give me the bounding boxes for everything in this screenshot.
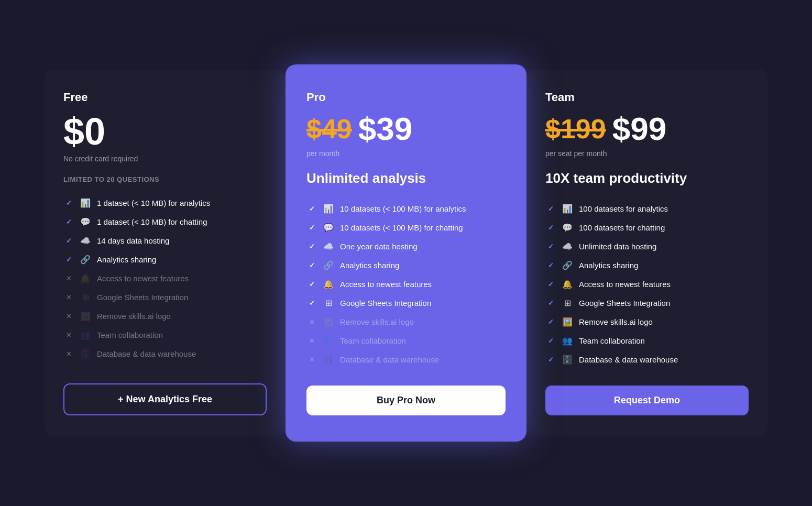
image-icon: 🖼️ xyxy=(80,311,91,321)
sheets-icon: ⊞ xyxy=(323,298,334,308)
x-icon: ✕ xyxy=(63,292,74,303)
free-plan-no-cc: No credit card required xyxy=(63,155,267,163)
feature-text: Access to newest features xyxy=(97,274,189,283)
sheets-icon: ⊞ xyxy=(562,298,573,308)
cloud-icon: ☁️ xyxy=(562,241,573,251)
chat-icon: 💬 xyxy=(323,223,334,233)
list-item: ✕ 👥 Team collaboration xyxy=(63,330,267,340)
list-item: ✓ 🔗 Analytics sharing xyxy=(545,260,749,270)
feature-text: 100 datasets for chatting xyxy=(579,223,665,232)
feature-text: 100 datasets for analytics xyxy=(579,204,668,213)
check-icon: ✓ xyxy=(545,241,556,251)
feature-text: Google Sheets Integration xyxy=(97,293,188,302)
feature-text: Remove skills.ai logo xyxy=(97,312,171,321)
feature-text: Analytics sharing xyxy=(97,255,156,264)
share-icon: 🔗 xyxy=(80,255,91,265)
feature-text: 1 dataset (< 10 MB) for chatting xyxy=(97,217,207,226)
feature-text: Database & data warehouse xyxy=(579,355,678,364)
bell-icon: 🔔 xyxy=(323,279,334,289)
check-icon: ✓ xyxy=(545,354,556,365)
check-icon: ✓ xyxy=(63,236,74,246)
x-icon: ✕ xyxy=(306,335,317,346)
feature-text: One year data hosting xyxy=(340,242,418,251)
list-item: ✓ 📊 100 datasets for analytics xyxy=(545,203,749,214)
x-icon: ✕ xyxy=(63,273,74,284)
free-plan-limit: Limited to 20 questions xyxy=(63,175,267,183)
list-item: ✓ 🖼️ Remove skills.ai logo xyxy=(545,316,749,327)
team-price-sub: per seat per month xyxy=(545,149,749,158)
x-icon: ✕ xyxy=(63,349,74,359)
check-icon: ✓ xyxy=(63,255,74,265)
team-features-list: ✓ 📊 100 datasets for analytics ✓ 💬 100 d… xyxy=(545,203,749,365)
check-icon: ✓ xyxy=(545,222,556,233)
list-item: ✓ ☁️ One year data hosting xyxy=(306,241,506,251)
list-item: ✓ 🗄️ Database & data warehouse xyxy=(545,354,749,365)
bell-icon: 🔔 xyxy=(80,273,91,283)
free-plan-price: $0 xyxy=(63,113,267,150)
team-icon: 👥 xyxy=(562,336,573,346)
list-item: ✓ 🔔 Access to newest features xyxy=(306,279,506,289)
team-price-old: $199 xyxy=(545,115,606,142)
list-item: ✓ ⊞ Google Sheets Integration xyxy=(306,298,506,308)
share-icon: 🔗 xyxy=(323,260,334,270)
feature-text: Google Sheets Integration xyxy=(340,299,431,307)
pro-price-old: $49 xyxy=(306,115,352,142)
db-icon: 🗄️ xyxy=(323,355,334,365)
list-item: ✕ 🖼️ Remove skills.ai logo xyxy=(306,316,506,327)
feature-text: Team collaboration xyxy=(579,336,645,345)
pro-tagline: Unlimited analysis xyxy=(306,170,506,186)
check-icon: ✓ xyxy=(545,316,556,327)
feature-text: Database & data warehouse xyxy=(340,355,439,364)
x-icon: ✕ xyxy=(63,311,74,322)
check-icon: ✓ xyxy=(306,279,317,289)
free-cta-button[interactable]: + New Analytics Free xyxy=(63,383,267,415)
pro-cta-button[interactable]: Buy Pro Now xyxy=(306,386,506,415)
feature-text: 10 datasets (< 100 MB) for chatting xyxy=(340,223,463,232)
list-item: ✓ 🔔 Access to newest features xyxy=(545,279,749,289)
pro-features-list: ✓ 📊 10 datasets (< 100 MB) for analytics… xyxy=(306,203,506,365)
list-item: ✓ 📊 1 dataset (< 10 MB) for analytics xyxy=(63,198,267,208)
check-icon: ✓ xyxy=(306,222,317,233)
feature-text: 10 datasets (< 100 MB) for analytics xyxy=(340,204,466,213)
list-item: ✓ ⊞ Google Sheets Integration xyxy=(545,298,749,308)
check-icon: ✓ xyxy=(306,203,317,214)
sheets-icon: ⊞ xyxy=(80,292,91,302)
feature-text: Access to newest features xyxy=(579,280,671,289)
team-plan-name: Team xyxy=(545,91,749,104)
image-icon: 🖼️ xyxy=(323,317,334,327)
db-icon: 🗄️ xyxy=(562,355,573,365)
list-item: ✓ 💬 10 datasets (< 100 MB) for chatting xyxy=(306,222,506,233)
list-item: ✕ 🗄️ Database & data warehouse xyxy=(63,349,267,359)
list-item: ✓ 🔗 Analytics sharing xyxy=(306,260,506,270)
check-icon: ✓ xyxy=(306,298,317,308)
analytics-icon: 📊 xyxy=(562,204,573,214)
feature-text: Team collaboration xyxy=(97,331,163,339)
x-icon: ✕ xyxy=(63,330,74,340)
check-icon: ✓ xyxy=(545,279,556,289)
feature-text: 1 dataset (< 10 MB) for analytics xyxy=(97,199,210,207)
pro-price-new: $39 xyxy=(358,113,412,145)
pro-price-sub: per month xyxy=(306,149,506,158)
feature-text: Team collaboration xyxy=(340,336,406,345)
analytics-icon: 📊 xyxy=(80,198,91,208)
team-price-row: $199 $99 xyxy=(545,113,749,145)
check-icon: ✓ xyxy=(545,298,556,308)
x-icon: ✕ xyxy=(306,354,317,365)
feature-text: Access to newest features xyxy=(340,280,432,289)
check-icon: ✓ xyxy=(545,203,556,214)
free-features-list: ✓ 📊 1 dataset (< 10 MB) for analytics ✓ … xyxy=(63,198,267,362)
feature-text: Unlimited data hosting xyxy=(579,242,656,251)
share-icon: 🔗 xyxy=(562,260,573,270)
pro-plan-name: Pro xyxy=(306,91,506,104)
team-icon: 👥 xyxy=(80,330,91,340)
bell-icon: 🔔 xyxy=(562,279,573,289)
list-item: ✕ ⊞ Google Sheets Integration xyxy=(63,292,267,303)
list-item: ✓ ☁️ Unlimited data hosting xyxy=(545,241,749,251)
pro-plan-card: Pro $49 $39 per month Unlimited analysis… xyxy=(286,64,526,442)
team-cta-button[interactable]: Request Demo xyxy=(545,386,749,415)
check-icon: ✓ xyxy=(63,198,74,208)
feature-text: Analytics sharing xyxy=(340,261,399,270)
feature-text: Database & data warehouse xyxy=(97,349,196,358)
team-icon: 👥 xyxy=(323,336,334,346)
list-item: ✓ 👥 Team collaboration xyxy=(545,335,749,346)
